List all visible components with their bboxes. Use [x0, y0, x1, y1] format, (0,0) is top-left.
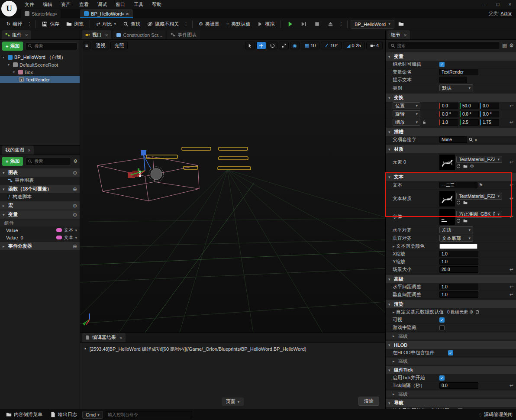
my-blueprint-search-input[interactable] [34, 159, 68, 164]
expand-icon[interactable]: ▸ [393, 310, 396, 314]
v-align-dropdown[interactable]: 文本底部 ▾ [439, 235, 473, 242]
category-socket[interactable]: ▾ 插槽 [386, 128, 516, 136]
font-thumbnail[interactable] [439, 209, 455, 225]
browse-asset-icon[interactable] [463, 219, 468, 223]
menu-view[interactable]: 查看 [75, 0, 93, 9]
menu-window[interactable]: 窗口 [112, 0, 129, 9]
use-selected-icon[interactable] [456, 219, 461, 223]
world-local-toggle[interactable]: ◉ [290, 42, 300, 49]
browse-asset-icon[interactable] [463, 164, 468, 168]
scale-y-input[interactable] [460, 119, 479, 126]
select-tool-button[interactable] [245, 42, 255, 49]
expand-icon[interactable]: ▾ [3, 55, 6, 59]
add-function-icon[interactable]: ⊕ [73, 186, 77, 192]
expand-icon[interactable]: ▾ [13, 70, 16, 74]
play-button[interactable] [284, 19, 297, 29]
reset-icon[interactable]: ↩ [510, 103, 513, 109]
close-icon[interactable]: × [105, 32, 108, 38]
category-navigation[interactable]: ▾ 导航 [386, 399, 516, 407]
location-dropdown[interactable]: 位置 ▾ [393, 102, 420, 109]
angle-snap-button[interactable]: ∠ 10° [321, 42, 342, 49]
source-control-status[interactable]: ◌ 源码管理关闭 [479, 411, 513, 418]
camera-speed-button[interactable]: 4 [366, 42, 383, 49]
close-button[interactable]: × [504, 2, 516, 7]
tick-enabled-checkbox[interactable]: ✓ [439, 375, 445, 381]
tab-viewport[interactable]: 视口 × [82, 30, 111, 39]
maximize-button[interactable]: □ [492, 2, 504, 7]
text-material-thumbnail[interactable] [439, 191, 455, 207]
reset-icon[interactable]: ↩ [510, 292, 513, 297]
cmd-dropdown[interactable]: Cmd ▾ [82, 411, 103, 419]
reset-icon[interactable]: ↩ [510, 214, 513, 220]
add-blueprint-item-button[interactable]: +添加 [2, 157, 23, 166]
editable-checkbox[interactable]: ✓ [439, 62, 445, 67]
convert-icon[interactable]: ⚙ [470, 164, 474, 168]
flag-icon[interactable]: ⚑ [479, 182, 483, 188]
viewport-3d[interactable]: ≡ 透视 光照 ◉ ▦ 10 ∠ 10° ◢ 0.25 4 [80, 40, 385, 333]
menu-tools[interactable]: 工具 [130, 0, 147, 9]
expand-icon[interactable]: ▾ [8, 63, 11, 67]
components-variable-group[interactable]: 组件 [0, 220, 80, 226]
gear-icon[interactable]: ⚙ [73, 159, 77, 164]
move-tool-button[interactable] [256, 42, 266, 49]
tree-item-bp-helloword[interactable]: ▾ BP_HelloWord （自我） [0, 54, 80, 61]
settings-gear-icon[interactable]: ⚙ [509, 42, 514, 48]
play-options-icon[interactable]: ⋮ [338, 19, 344, 29]
location-y-input[interactable] [460, 103, 479, 109]
text-value-input[interactable] [439, 182, 477, 188]
add-graph-icon[interactable]: ⊕ [73, 170, 77, 176]
tree-item-textrender[interactable]: T TextRender [0, 76, 80, 83]
variable-row-value[interactable]: Value 文本 ▾ [0, 226, 80, 234]
tab-startermap[interactable]: StarterMap• [21, 9, 61, 18]
category-transform[interactable]: ▾ 变换 [386, 94, 516, 102]
font-dropdown[interactable]: 方正准圆_GBK_Font ▾ [456, 211, 502, 218]
hide-unrelated-options-icon[interactable]: ⋮ [183, 19, 189, 29]
tab-bp-helloword[interactable]: BP_HelloWord• × [80, 9, 132, 18]
visible-checkbox[interactable]: ✓ [439, 317, 445, 323]
hide-unrelated-button[interactable]: 隐藏不相关 [144, 19, 182, 29]
construction-script-item[interactable]: ƒ 构造脚本 [0, 193, 80, 200]
debug-browse-button[interactable] [395, 19, 407, 29]
rotate-tool-button[interactable] [268, 42, 277, 49]
close-icon[interactable]: × [25, 32, 28, 38]
macros-header[interactable]: ▸ 宏 ⊕ [0, 201, 80, 210]
use-selected-icon[interactable] [456, 200, 461, 205]
scale-x-input[interactable] [439, 119, 458, 126]
add-dispatcher-icon[interactable]: ⊕ [73, 243, 77, 249]
details-search-input[interactable] [397, 43, 497, 48]
components-search-input[interactable] [34, 44, 75, 48]
hlod-advanced-toggle[interactable]: ▸ 高级 [386, 358, 516, 365]
viewport-menu-button[interactable]: ≡ [83, 42, 90, 49]
event-graph-item[interactable]: 事件图表 [0, 177, 80, 184]
components-search[interactable] [25, 42, 77, 50]
category-text[interactable]: ▾ 文本 [386, 173, 516, 181]
trash-icon[interactable] [475, 310, 480, 314]
tab-construction-script[interactable]: Construction Scr... [113, 30, 165, 39]
tab-event-graph[interactable]: 事件图表 [167, 30, 200, 39]
details-search[interactable] [388, 42, 500, 49]
rotation-z-input[interactable] [480, 111, 499, 117]
text-render-color-swatch[interactable] [439, 244, 477, 249]
hidden-in-game-checkbox[interactable] [439, 325, 445, 330]
tab-components[interactable]: 组件 × [2, 30, 31, 39]
category-advanced-text[interactable]: ▾ 高级 [386, 275, 516, 283]
unreal-logo[interactable]: U [1, 1, 17, 16]
tree-item-defaultsceneroot[interactable]: ▾ DefaultSceneRoot [0, 61, 80, 68]
class-settings-button[interactable]: ⚙ 类设置 [196, 19, 223, 29]
debug-object-dropdown[interactable]: BP_HelloWord ▾ [351, 20, 394, 29]
h-spacing-input[interactable] [439, 284, 478, 290]
location-z-input[interactable] [480, 103, 499, 109]
rotation-x-input[interactable] [439, 111, 458, 117]
save-button[interactable]: 保存 [39, 19, 62, 29]
browse-asset-icon[interactable] [463, 200, 468, 205]
reset-icon[interactable]: ↩ [510, 284, 513, 290]
include-hlod-checkbox[interactable]: ✓ [448, 350, 453, 355]
variable-name-input[interactable] [439, 69, 478, 75]
variable-row-value0[interactable]: Value_0 文本 ▾ [0, 234, 80, 241]
scale-tool-button[interactable] [279, 42, 289, 49]
graphs-header[interactable]: ▾ 图表 ⊕ [0, 168, 80, 177]
parent-class-link[interactable]: Actor [500, 11, 512, 16]
console-command-input[interactable] [106, 411, 192, 418]
category-dropdown[interactable]: 默认 ▾ [439, 84, 473, 91]
stop-button[interactable] [311, 19, 323, 29]
